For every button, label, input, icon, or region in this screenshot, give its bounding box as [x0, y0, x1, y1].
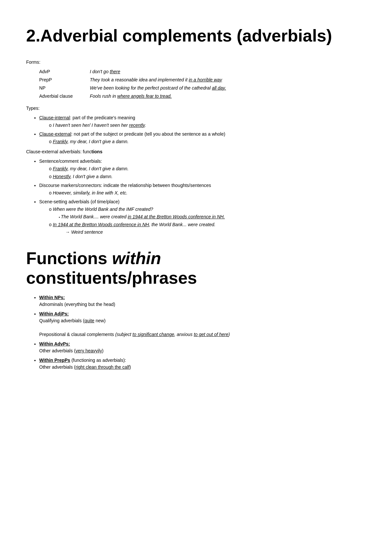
form-term: Adverbial clause — [39, 93, 90, 100]
list-item: Within NPs: Adnominals (everything but t… — [39, 294, 366, 308]
function2-desc: Other adverbials (right clean through th… — [39, 364, 366, 371]
form-term: NP — [39, 85, 90, 92]
list-item: Frankly, my dear, I don't give a damn. — [49, 165, 366, 172]
list-item: AdvP I don't go there — [39, 68, 366, 75]
underline-text: quite — [85, 318, 94, 323]
function-term: Scene-setting adverbials (of time/place) — [39, 199, 120, 204]
form-example: We've been looking for the perfect postc… — [90, 85, 226, 92]
page-title: 2.Adverbial complements (adverbials) — [26, 26, 366, 46]
sub-list: I haven't seen her/ I haven't seen her r… — [39, 122, 366, 129]
types-label: Types: — [26, 105, 366, 112]
types-list: Clause-internal: part of the predicate's… — [26, 114, 366, 145]
sub-sub-list: The World Bank.... were created in 1944 … — [49, 213, 366, 220]
list-item: Scene-setting adverbials (of time/place)… — [39, 198, 366, 236]
list-item: The World Bank.... were created in 1944 … — [59, 213, 366, 220]
underline-text: Frankly — [53, 166, 68, 171]
underline-text: where angels fear to tread. — [117, 93, 172, 99]
clause-external-label: Clause-external adverbials: functions — [26, 148, 366, 155]
form-term: PrepP — [39, 76, 90, 83]
type-term: Clause-external — [39, 131, 71, 137]
list-item: Within PrepPs (functioning as adverbials… — [39, 357, 366, 371]
functions2-list: Within NPs: Adnominals (everything but t… — [26, 294, 366, 371]
forms-list: AdvP I don't go there PrepP They took a … — [26, 68, 366, 100]
bold-text: tions — [91, 149, 102, 154]
italic-text: within — [112, 249, 161, 268]
function2-term: Within NPs: — [39, 295, 65, 300]
form-example: They took a reasonable idea and implemen… — [90, 76, 222, 83]
list-item: Sentence/comment adverbials: Frankly, my… — [39, 158, 366, 180]
list-item: Clause-internal: part of the predicate's… — [39, 114, 366, 129]
underline-text: in a horrible way — [189, 77, 222, 82]
list-item: When were the World Bank and the IMF cre… — [49, 206, 366, 220]
list-item: However, similarly, in line with X, etc. — [49, 190, 366, 196]
italic-text: (subject to significant change, anxious … — [115, 332, 230, 337]
underline-text: right clean through the calf — [75, 364, 129, 370]
list-item: Discourse markers/connectors: indicate t… — [39, 182, 366, 196]
list-item: Adverbial clause Fools rush in where ang… — [39, 93, 366, 100]
underline-text: very heavyily — [75, 348, 102, 353]
sub-list: When were the World Bank and the IMF cre… — [39, 206, 366, 236]
underline-text: to significant change — [133, 332, 174, 337]
underline-text: to get out of here — [194, 332, 228, 337]
function2-desc: Qualifying adverbials (quite new) — [39, 317, 366, 324]
function2-desc: Adnominals (everything but the head) — [39, 301, 366, 308]
type-description: : not part of the subject or predicate (… — [71, 131, 225, 137]
section2-title: Functions within constituents/phrases — [26, 249, 366, 288]
underline-text: In 1944 at the Bretton Woods conference … — [53, 222, 149, 227]
underline-text: Frankly — [53, 139, 68, 144]
function-term: Sentence/comment adverbials: — [39, 159, 102, 164]
underline-text: there — [110, 69, 120, 74]
type-description: : part of the predicate's meaning — [70, 115, 135, 120]
underline-bold-text: Within PrepPs — [39, 358, 70, 363]
function2-desc2: Prepositional & clausal complements (sub… — [39, 331, 366, 338]
function2-term: Within PrepPs (functioning as adverbials… — [39, 358, 126, 363]
type-term: Clause-internal — [39, 115, 70, 120]
form-term: AdvP — [39, 68, 90, 75]
form-example: Fools rush in where angels fear to tread… — [90, 93, 172, 100]
underline-text: in 1944 at the Bretton Woods conference … — [128, 214, 225, 219]
list-item: In 1944 at the Bretton Woods conference … — [49, 221, 366, 236]
sub-list: Frankly, my dear, I don't give a damn. H… — [39, 165, 366, 180]
list-item: Frankly, my dear, I don't give a damn. — [49, 138, 366, 145]
list-item: Within AdjPs: Qualifying adverbials (qui… — [39, 311, 366, 338]
sub-list: Frankly, my dear, I don't give a damn. — [39, 138, 366, 145]
function2-term: Within AdvPs: — [39, 341, 70, 346]
arrow-note: Weird sentence — [49, 229, 366, 236]
list-item: PrepP They took a reasonable idea and im… — [39, 76, 366, 83]
list-item: NP We've been looking for the perfect po… — [39, 85, 366, 92]
function2-term: Within AdjPs: — [39, 311, 69, 316]
clause-external-list: Sentence/comment adverbials: Frankly, my… — [26, 158, 366, 236]
sub-list: However, similarly, in line with X, etc. — [39, 190, 366, 196]
underline-text: Honestly — [53, 174, 70, 179]
list-item: Clause-external: not part of the subject… — [39, 131, 366, 145]
underline-text: recently — [129, 123, 145, 128]
function-term: Discourse markers/connectors: indicate t… — [39, 183, 211, 188]
list-item: Honestly, I don't give a damn. — [49, 173, 366, 180]
form-example: I don't go there — [90, 68, 120, 75]
function2-desc: Other adverbials (very heavyily) — [39, 347, 366, 354]
underline-text: all day. — [212, 85, 226, 91]
list-item: I haven't seen her/ I haven't seen her r… — [49, 122, 366, 129]
forms-label: Forms: — [26, 59, 366, 66]
list-item: Within AdvPs: Other adverbials (very hea… — [39, 341, 366, 354]
